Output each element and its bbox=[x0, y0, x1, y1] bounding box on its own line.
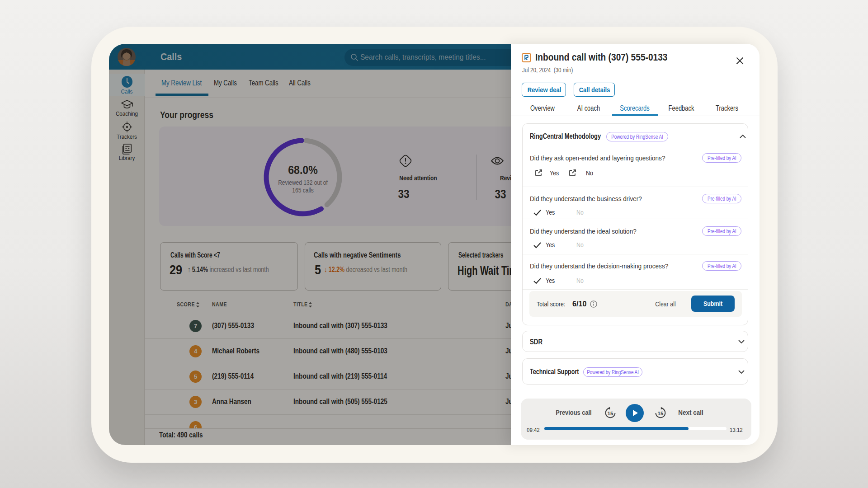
svg-text:15: 15 bbox=[608, 411, 613, 416]
svg-text:15: 15 bbox=[658, 411, 664, 416]
